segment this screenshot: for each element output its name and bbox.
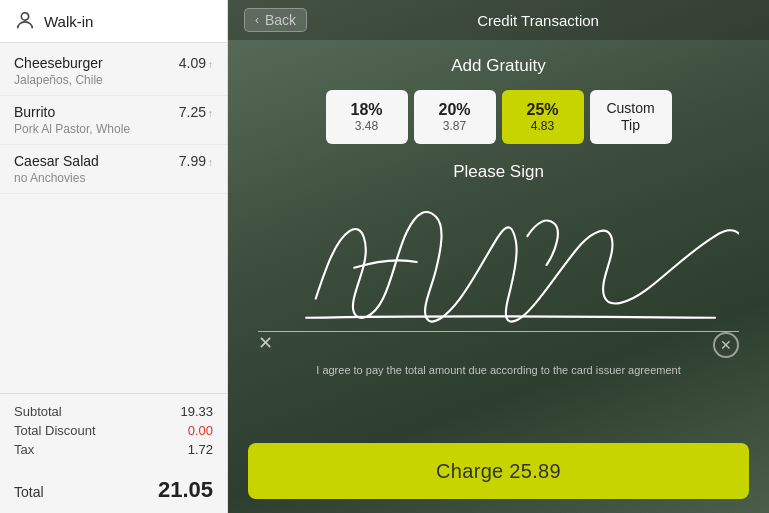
tip-20-button[interactable]: 20% 3.87 xyxy=(414,90,496,144)
item-mods: Jalapeños, Chile xyxy=(14,73,213,87)
list-item: Caesar Salad 7.99 no Anchovies xyxy=(0,145,227,194)
subtotal-value: 19.33 xyxy=(180,404,213,419)
agreement-text: I agree to pay the total amount due acco… xyxy=(248,364,749,376)
right-panel: ‹ Back Credit Transaction Add Gratuity 1… xyxy=(228,0,769,513)
transaction-title: Credit Transaction xyxy=(323,12,753,29)
item-name: Caesar Salad xyxy=(14,153,99,169)
grand-total-row: Total 21.05 xyxy=(14,477,213,503)
walk-in-label: Walk-in xyxy=(44,13,93,30)
grand-total-value: 21.05 xyxy=(158,477,213,503)
signature-area[interactable]: ✕ ✕ xyxy=(258,190,739,360)
grand-total-label: Total xyxy=(14,484,44,500)
signature-line xyxy=(258,331,739,332)
tip-20-amount: 3.87 xyxy=(443,119,466,133)
tip-25-amount: 4.83 xyxy=(531,119,554,133)
charge-button[interactable]: Charge 25.89 xyxy=(248,443,749,499)
back-chevron-icon: ‹ xyxy=(255,13,259,27)
custom-tip-button[interactable]: Custom Tip xyxy=(590,90,672,144)
tax-value: 1.72 xyxy=(188,442,213,457)
discount-label: Total Discount xyxy=(14,423,96,438)
clear-circle-button[interactable]: ✕ xyxy=(713,332,739,358)
sign-section: Please Sign ✕ ✕ I agree to pay the total… xyxy=(228,154,769,433)
walk-in-header: Walk-in xyxy=(0,0,227,43)
item-name: Burrito xyxy=(14,104,55,120)
person-icon xyxy=(14,10,36,32)
gratuity-section: Add Gratuity 18% 3.48 20% 3.87 25% 4.83 … xyxy=(228,40,769,154)
tip-buttons: 18% 3.48 20% 3.87 25% 4.83 Custom Tip xyxy=(248,90,749,144)
tax-label: Tax xyxy=(14,442,34,457)
gratuity-title: Add Gratuity xyxy=(248,56,749,76)
back-label: Back xyxy=(265,12,296,28)
subtotal-label: Subtotal xyxy=(14,404,62,419)
list-item: Cheeseburger 4.09 Jalapeños, Chile xyxy=(0,47,227,96)
order-items: Cheeseburger 4.09 Jalapeños, Chile Burri… xyxy=(0,43,227,393)
tip-25-button[interactable]: 25% 4.83 xyxy=(502,90,584,144)
top-bar: ‹ Back Credit Transaction xyxy=(228,0,769,40)
tip-20-percent: 20% xyxy=(438,101,470,119)
tip-25-percent: 25% xyxy=(526,101,558,119)
back-button[interactable]: ‹ Back xyxy=(244,8,307,32)
totals-section: Subtotal 19.33 Total Discount 0.00 Tax 1… xyxy=(0,393,227,471)
item-price: 4.09 xyxy=(179,55,213,71)
svg-point-0 xyxy=(21,13,28,20)
tip-18-button[interactable]: 18% 3.48 xyxy=(326,90,408,144)
list-item: Burrito 7.25 Pork Al Pastor, Whole xyxy=(0,96,227,145)
tip-18-percent: 18% xyxy=(350,101,382,119)
item-mods: Pork Al Pastor, Whole xyxy=(14,122,213,136)
grand-total-section: Total 21.05 xyxy=(0,471,227,513)
discount-value: 0.00 xyxy=(188,423,213,438)
tax-row: Tax 1.72 xyxy=(14,442,213,457)
left-panel: Walk-in Cheeseburger 4.09 Jalapeños, Chi… xyxy=(0,0,228,513)
charge-btn-wrapper: Charge 25.89 xyxy=(228,433,769,513)
item-name: Cheeseburger xyxy=(14,55,103,71)
item-price: 7.25 xyxy=(179,104,213,120)
discount-row: Total Discount 0.00 xyxy=(14,423,213,438)
clear-signature-button[interactable]: ✕ xyxy=(258,332,273,354)
please-sign-label: Please Sign xyxy=(248,162,749,182)
tip-18-amount: 3.48 xyxy=(355,119,378,133)
signature-svg xyxy=(258,190,739,335)
item-price: 7.99 xyxy=(179,153,213,169)
subtotal-row: Subtotal 19.33 xyxy=(14,404,213,419)
item-mods: no Anchovies xyxy=(14,171,213,185)
